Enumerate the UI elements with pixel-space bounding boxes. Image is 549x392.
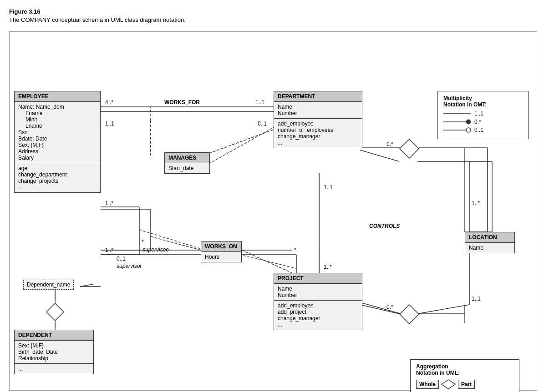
- mult-works-on-proj: *: [294, 247, 296, 253]
- mult-controls-dep: 1..1: [324, 184, 333, 191]
- location-header: LOCATION: [465, 232, 514, 243]
- dependent-class: DEPENDENT Sex: {M,F} Birth_date: Date Re…: [14, 330, 94, 374]
- mult-works-on-emp: 1..*: [105, 247, 113, 253]
- mult-loc-dept: 1..*: [472, 200, 480, 206]
- legend-row-0-star: 0.*: [443, 119, 523, 125]
- project-class: PROJECT Name Number add_employee add_pro…: [274, 273, 362, 330]
- figure-title: Figure 3.16: [9, 8, 540, 15]
- manages-class: MANAGES Start_date: [164, 152, 210, 174]
- dependent-name-attr: Dependent_name: [23, 280, 74, 290]
- svg-line-43: [80, 284, 93, 286]
- department-attributes: Name Number: [274, 102, 362, 118]
- aggregation-legend: Aggregation Notation in UML: Whole Part: [410, 359, 519, 392]
- employee-header: EMPLOYEE: [15, 91, 100, 102]
- svg-line-15: [360, 305, 399, 314]
- mult-supervises-1star: 1..*: [105, 200, 113, 206]
- department-methods: add_employee number_of_employees change_…: [274, 118, 362, 148]
- whole-label: Whole: [416, 380, 439, 389]
- mult-supervises-star: *: [142, 239, 144, 245]
- location-attributes: Name: [465, 243, 514, 253]
- svg-line-7: [242, 250, 292, 273]
- employee-attributes: Name: Name_dom Fname Minit Lname Ssn Bda…: [15, 102, 100, 163]
- department-header: DEPARTMENT: [274, 91, 362, 102]
- project-methods: add_employee add_project change_manager …: [274, 300, 362, 330]
- multiplicity-legend: Multiplicity Notation in OMT: 1..1 0.* 0…: [437, 91, 529, 139]
- dependent-diamond: [46, 302, 65, 322]
- svg-line-39: [360, 302, 401, 314]
- mult-works-for-label: WORKS_FOR: [164, 99, 200, 106]
- svg-line-2: [205, 130, 274, 155]
- svg-marker-49: [400, 305, 419, 324]
- svg-line-26: [209, 127, 274, 164]
- agg-legend-row: Whole Part: [416, 379, 513, 390]
- manages-body: Start_date: [165, 163, 209, 173]
- controls-label: CONTROLS: [369, 223, 400, 229]
- works-on-body: Hours: [201, 252, 241, 262]
- figure-caption: The COMPANY conceptual schema in UML cla…: [9, 16, 540, 23]
- mult-works-for-dep: 1..1: [255, 99, 264, 106]
- dependent-methods: ...: [15, 363, 93, 374]
- dependent-attributes: Sex: {M,F} Birth_date: Date Relationship: [15, 341, 93, 363]
- location-class: LOCATION Name: [465, 232, 515, 253]
- svg-line-31: [239, 255, 296, 268]
- employee-methods: age change_department change_projects ..…: [15, 163, 100, 192]
- project-attributes: Name Number: [274, 284, 362, 300]
- mult-proj-location: 0.*: [386, 304, 393, 310]
- mult-works-for-emp: 4..*: [105, 99, 113, 106]
- svg-line-11: [360, 150, 399, 161]
- dept-location-diamond: [399, 138, 420, 159]
- supervisor-label: supervisor: [117, 263, 142, 269]
- diagram-area: EMPLOYEE Name: Name_dom Fname Minit Lnam…: [9, 31, 537, 391]
- agg-legend-title: Aggregation Notation in UML:: [416, 363, 513, 376]
- employee-class: EMPLOYEE Name: Name_dom Fname Minit Lnam…: [14, 91, 101, 193]
- dependent-header: DEPENDENT: [15, 330, 93, 341]
- proj-location-diamond: [399, 304, 420, 325]
- department-class: DEPARTMENT Name Number add_employee numb…: [274, 91, 362, 148]
- mult-manages-emp: 1..1: [105, 121, 114, 127]
- mult-legend-title1: Multiplicity Notation in OMT:: [443, 95, 523, 108]
- mult-manages-dep: 0..1: [258, 121, 267, 127]
- supervisee-label: supervisee: [142, 246, 169, 253]
- svg-point-54: [466, 128, 471, 132]
- mult-controls-proj: 1..*: [324, 264, 332, 270]
- agg-diamond-icon: [441, 379, 456, 390]
- manages-header: MANAGES: [165, 153, 209, 163]
- works-on-header: WORKS_ON: [201, 241, 241, 252]
- mult-supervises-0-1: 0..1: [117, 256, 126, 262]
- mult-loc-loc: 1..1: [472, 296, 481, 302]
- svg-marker-48: [400, 139, 419, 158]
- svg-line-16: [417, 305, 469, 314]
- legend-row-0-1: 0..1: [443, 127, 523, 133]
- svg-point-52: [466, 120, 471, 124]
- svg-marker-55: [442, 380, 455, 389]
- mult-dept-location: 0.*: [386, 141, 393, 147]
- part-label: Part: [458, 380, 475, 389]
- project-header: PROJECT: [274, 273, 362, 284]
- svg-marker-47: [46, 303, 64, 321]
- legend-row-1-1: 1..1: [443, 111, 523, 117]
- works-on-class: WORKS_ON Hours: [201, 241, 242, 262]
